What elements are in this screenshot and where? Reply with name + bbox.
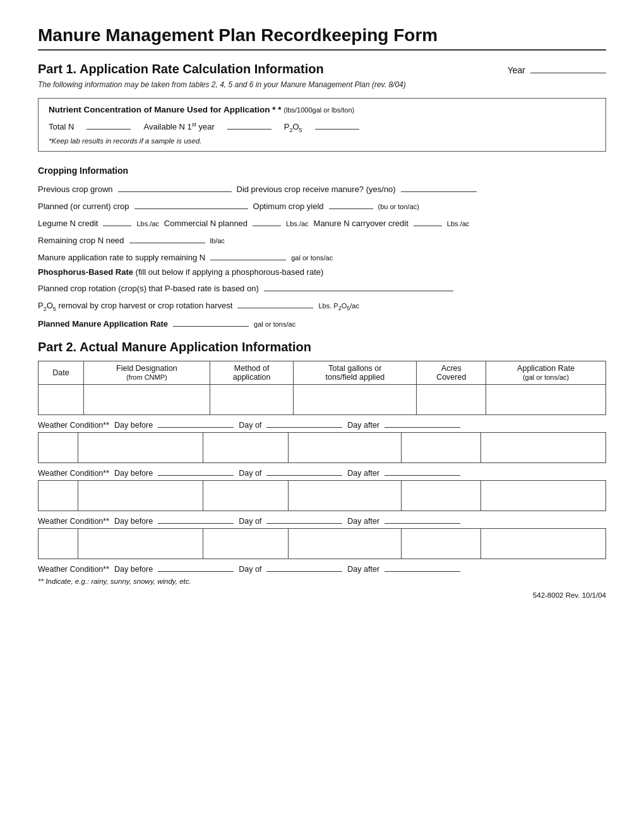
day-after-label-1: Day after [347, 421, 379, 430]
day-after-field-2[interactable] [385, 466, 460, 476]
col-total-gallons: Total gallons ortons/field applied [294, 361, 417, 385]
method-cell-2[interactable] [203, 433, 288, 463]
carryover-field[interactable] [414, 216, 442, 226]
year-line: Year [508, 63, 606, 75]
day-before-label-1: Day before [114, 421, 153, 430]
day-before-label-2: Day before [114, 469, 153, 478]
date-cell-3[interactable] [39, 481, 78, 511]
acres-cell-1[interactable] [417, 385, 486, 415]
planned-rotation-field[interactable] [264, 281, 453, 291]
total-cell-1[interactable] [294, 385, 417, 415]
day-after-label-4: Day after [347, 565, 379, 574]
total-n-field[interactable] [86, 119, 131, 130]
day-of-label-1: Day of [239, 421, 261, 430]
day-after-field-1[interactable] [385, 418, 460, 428]
prev-crop-field[interactable] [118, 182, 232, 192]
phosphorus-row: Phosphorus-Based Rate (fill out below if… [38, 267, 606, 277]
planned-rotation-label: Planned crop rotation (crop(s) that P-ba… [38, 284, 259, 293]
method-cell-3[interactable] [203, 481, 288, 511]
weather-row-1: Weather Condition** Day before Day of Da… [38, 418, 606, 430]
rate-cell-3[interactable] [481, 481, 606, 511]
date-cell-2[interactable] [39, 433, 78, 463]
p2o5-removal-field[interactable] [237, 298, 313, 308]
col-app-rate: Application Rate(gal or tons/ac) [486, 361, 606, 385]
prev-manure-field[interactable] [401, 182, 477, 192]
app-rate-field[interactable] [210, 250, 286, 260]
day-of-label-2: Day of [239, 469, 261, 478]
application-table-2 [38, 432, 606, 463]
planned-rate-unit: gal or tons/ac [254, 320, 295, 328]
nutrient-title-unit: (lbs/1000gal or lbs/ton) [283, 106, 354, 114]
title-divider [38, 49, 606, 51]
table-row [39, 433, 606, 463]
day-of-field-2[interactable] [266, 466, 342, 476]
app-rate-unit: gal or tons/ac [291, 254, 333, 262]
remaining-label: Remaining crop N need [38, 236, 124, 245]
year-field[interactable] [530, 63, 606, 73]
acres-cell-4[interactable] [402, 529, 481, 559]
app-rate-label: Manure application rate to supply remain… [38, 253, 205, 262]
app-rate-row: Manure application rate to supply remain… [38, 250, 606, 262]
col-acres-covered: AcresCovered [417, 361, 486, 385]
date-cell-4[interactable] [39, 529, 78, 559]
rate-cell-4[interactable] [481, 529, 606, 559]
day-after-field-4[interactable] [385, 562, 460, 572]
col-field-designation: Field Designation(from CNMP) [83, 361, 210, 385]
field-cell-4[interactable] [78, 529, 203, 559]
method-cell-4[interactable] [203, 529, 288, 559]
application-table: Date Field Designation(from CNMP) Method… [38, 361, 606, 415]
year-label: Year [508, 65, 525, 75]
field-cell-3[interactable] [78, 481, 203, 511]
day-before-field-4[interactable] [158, 562, 234, 572]
table-header-row: Date Field Designation(from CNMP) Method… [39, 361, 606, 385]
day-before-field-3[interactable] [158, 514, 234, 524]
optimum-yield-field[interactable] [329, 199, 373, 209]
day-of-field-4[interactable] [266, 562, 342, 572]
total-cell-2[interactable] [288, 433, 402, 463]
method-cell-1[interactable] [210, 385, 294, 415]
planned-crop-field[interactable] [134, 199, 248, 209]
yield-unit: (bu or ton/ac) [378, 203, 419, 210]
phosphorus-bold: Phosphorus-Based Rate [38, 267, 133, 277]
date-cell-1[interactable] [39, 385, 84, 415]
italic-note: The following information may be taken f… [38, 80, 606, 89]
legume-label: Legume N credit [38, 219, 98, 228]
p2o5-field[interactable] [315, 119, 359, 130]
application-table-4 [38, 528, 606, 559]
remaining-field[interactable] [129, 233, 205, 243]
p2o5-removal-label: P2O5 removal by crop harvest or crop rot… [38, 301, 232, 312]
acres-cell-2[interactable] [402, 433, 481, 463]
field-cell-2[interactable] [78, 433, 203, 463]
remaining-unit: lb/ac [210, 237, 225, 245]
weather-row-4: Weather Condition** Day before Day of Da… [38, 562, 606, 574]
day-of-label-4: Day of [239, 565, 261, 574]
legume-field[interactable] [103, 216, 131, 226]
planned-rate-label: Planned Manure Application Rate [38, 319, 168, 329]
legume-row: Legume N credit Lbs./ac Commercial N pla… [38, 216, 606, 228]
form-id: 542-8002 Rev. 10/1/04 [38, 591, 606, 599]
day-before-field-1[interactable] [158, 418, 234, 428]
day-after-field-3[interactable] [385, 514, 460, 524]
total-cell-4[interactable] [288, 529, 402, 559]
rate-cell-2[interactable] [481, 433, 606, 463]
total-cell-3[interactable] [288, 481, 402, 511]
col-date: Date [39, 361, 84, 385]
part1-header: Part 1. Application Rate Calculation Inf… [38, 62, 606, 76]
legume-unit: Lbs./ac [136, 220, 158, 227]
planned-crop-label: Planned (or current) crop [38, 202, 129, 211]
p2o5-label: P2O5 [284, 122, 302, 133]
table-row [39, 481, 606, 511]
day-of-field-3[interactable] [266, 514, 342, 524]
commercial-field[interactable] [253, 216, 281, 226]
day-before-field-2[interactable] [158, 466, 234, 476]
weather-label-1: Weather Condition** [38, 421, 109, 430]
available-n-field[interactable] [227, 119, 271, 130]
nutrient-note: *Keep lab results in records if a sample… [49, 137, 595, 145]
rate-cell-1[interactable] [486, 385, 606, 415]
acres-cell-3[interactable] [402, 481, 481, 511]
page-title: Manure Management Plan Recordkeeping For… [38, 25, 606, 45]
cropping-section-title: Cropping Information [38, 166, 606, 176]
field-cell-1[interactable] [83, 385, 210, 415]
planned-rate-field[interactable] [173, 317, 249, 327]
day-of-field-1[interactable] [266, 418, 342, 428]
